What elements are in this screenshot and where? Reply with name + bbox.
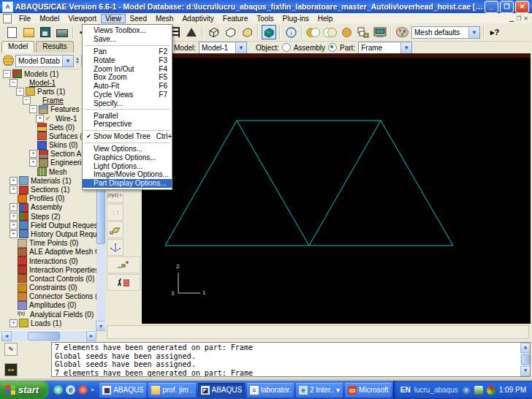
tree-item-constraints-0[interactable]: Constraints (0)	[1, 284, 105, 292]
view-menu-item-image-movie-options[interactable]: Image/Movie Options...	[83, 170, 172, 179]
wireframe-render-button[interactable]	[206, 25, 221, 39]
menu-feature[interactable]: Feature	[218, 14, 252, 23]
menu-seed[interactable]: Seed	[126, 14, 151, 23]
tray-icon-square[interactable]	[474, 386, 483, 395]
task-microsoft[interactable]: ▭Microsoft...	[345, 383, 392, 398]
view-menu-item-views-toolbox[interactable]: Views Toolbox...	[83, 26, 172, 35]
mdi-window-buttons[interactable]: ▁❐✕	[509, 15, 531, 22]
tree-item-profiles-0[interactable]: Profiles (0)	[1, 194, 105, 203]
menu-viewport[interactable]: Viewport	[64, 14, 101, 23]
view-menu-item-auto-fit[interactable]: Auto-FitF6	[83, 82, 172, 91]
hidden-line-render-button[interactable]	[223, 25, 238, 39]
menu-help[interactable]: Help	[314, 14, 338, 23]
tree-item-amplitudes-0[interactable]: Amplitudes (0)	[1, 301, 105, 310]
expand-icon[interactable]: +	[10, 186, 18, 194]
view-menu-item-rotate[interactable]: RotateF3	[83, 56, 172, 64]
tree-scope-combo[interactable]: Model Datab ▼	[15, 55, 74, 67]
task-2-inter[interactable]: e2 Inter...▾	[296, 383, 343, 398]
model-combo[interactable]: Model-1 ▼	[199, 42, 247, 54]
verify-mesh-button[interactable]	[107, 274, 140, 291]
expand-icon[interactable]: +	[10, 203, 18, 211]
partition-button[interactable]	[107, 256, 140, 273]
viewport-layout-button[interactable]	[356, 25, 370, 39]
new-file-button[interactable]	[4, 25, 19, 39]
scroll-right-icon[interactable]: ►	[86, 331, 96, 341]
task-dropdown-icon[interactable]: ▾	[336, 386, 340, 394]
display-group-all-button[interactable]	[339, 25, 354, 39]
view-menu-item-pan[interactable]: PanF2	[83, 48, 172, 56]
task-abaqus[interactable]: ◪ABAQUS/...	[198, 383, 245, 398]
tree-horizontal-scrollbar[interactable]: ◄ ►	[1, 330, 96, 341]
collapse-icon[interactable]: −	[29, 105, 37, 113]
datum-csys-button[interactable]	[107, 239, 123, 256]
tree-item-history-output-reques[interactable]: +History Output Reques	[1, 229, 105, 238]
view-menu-item-parallel[interactable]: Parallel	[83, 111, 172, 120]
scroll-down-icon[interactable]: ▼	[520, 366, 531, 376]
restore-button[interactable]: ❐	[500, 1, 514, 13]
view-menu-item-box-zoom[interactable]: Box ZoomF5	[83, 73, 172, 82]
menu-view[interactable]: View	[101, 14, 126, 23]
tree-item-assembly[interactable]: +Assembly	[1, 203, 105, 212]
menu-file[interactable]: File	[15, 14, 35, 23]
tree-item-ale-adaptive-mesh-co[interactable]: ALE Adaptive Mesh Co	[1, 248, 105, 256]
context-help-button[interactable]: ▸?	[487, 25, 502, 39]
collapse-icon[interactable]: −	[23, 96, 31, 104]
save-button[interactable]	[38, 25, 53, 39]
tree-item-steps-2[interactable]: +Steps (2)	[1, 212, 105, 221]
tab-model[interactable]: Model	[1, 41, 34, 53]
tree-item-interactions-0[interactable]: Interactions (0)	[1, 256, 105, 265]
color-mapping-combo[interactable]: Mesh defaults ▼	[411, 26, 480, 39]
display-group-create-button[interactable]	[305, 25, 320, 39]
view-menu-item-cycle-views[interactable]: Cycle ViewsF7	[83, 91, 172, 99]
menu-model[interactable]: Model	[35, 14, 64, 23]
expand-icon[interactable]: +	[10, 230, 18, 238]
message-scrollbar[interactable]: ▲ ▼	[520, 343, 530, 376]
menu-mesh[interactable]: Mesh	[151, 14, 178, 23]
tree-item-time-points-0[interactable]: Time Points (0)	[1, 239, 105, 248]
tray-icon-swirl[interactable]	[487, 386, 495, 395]
color-code-button[interactable]	[395, 25, 409, 39]
messenger-tray-icon[interactable]: ‹	[462, 386, 471, 395]
print-button[interactable]	[55, 25, 69, 39]
quick-launch-icon-1[interactable]	[53, 385, 63, 395]
quick-launch-icon-3[interactable]	[78, 385, 88, 395]
task-laborator[interactable]: ≡laborator...	[247, 383, 294, 398]
menu-plugins[interactable]: Plug-ins	[278, 14, 314, 23]
tree-item-contact-controls-0[interactable]: Contact Controls (0)	[1, 274, 105, 283]
internet-explorer-icon[interactable]: e	[66, 385, 75, 395]
collapse-icon[interactable]: −	[3, 70, 11, 78]
collapse-icon[interactable]: −	[16, 88, 24, 96]
view-menu-item-perspective[interactable]: Perspective	[83, 120, 172, 129]
viewport-monitor-button[interactable]	[373, 25, 387, 39]
viewport-canvas[interactable]: 2 1 3	[142, 58, 531, 324]
command-line-button[interactable]: »»	[4, 363, 18, 376]
expand-icon[interactable]: +	[36, 115, 44, 123]
mesh-display-button[interactable]	[262, 25, 276, 39]
mesh-part-button[interactable]	[184, 25, 199, 39]
expand-icon[interactable]: +	[10, 177, 18, 185]
display-group-boolean-button[interactable]	[322, 25, 337, 39]
datum-plane-button[interactable]	[107, 221, 123, 238]
expand-icon[interactable]: +	[10, 221, 18, 229]
expand-icon[interactable]: +	[29, 159, 37, 167]
view-menu-item-light-options[interactable]: Light Options...	[83, 162, 172, 170]
menu-adaptivity[interactable]: Adaptivity	[178, 14, 218, 23]
view-menu-item-view-options[interactable]: View Options...	[83, 145, 172, 153]
part-radio[interactable]	[328, 43, 337, 52]
view-menu-item-save[interactable]: Save...	[83, 35, 172, 44]
language-indicator[interactable]: EN	[400, 386, 411, 394]
scroll-down-icon[interactable]: ▼	[96, 321, 106, 331]
tab-results[interactable]: Results	[36, 41, 73, 53]
task-abaqus[interactable]: ▦ABAQUS ...	[99, 383, 146, 398]
minimize-button[interactable]: _	[484, 1, 498, 13]
tree-spinner[interactable]: ▲▼	[75, 57, 80, 64]
message-log-button[interactable]: ✎	[4, 343, 18, 356]
tree-item-interaction-properties[interactable]: Interaction Properties	[1, 265, 105, 274]
scroll-left-icon[interactable]: ◄	[1, 331, 12, 341]
shaded-render-button[interactable]	[240, 25, 254, 39]
view-menu-item-part-display-options[interactable]: Part Display Options...	[83, 179, 172, 188]
collapse-icon[interactable]: −	[10, 79, 18, 87]
expand-icon[interactable]: +	[10, 213, 18, 221]
view-menu-item-show-model-tree[interactable]: ✔Show Model TreeCtrl+T	[83, 132, 172, 141]
assembly-radio[interactable]	[282, 43, 291, 52]
